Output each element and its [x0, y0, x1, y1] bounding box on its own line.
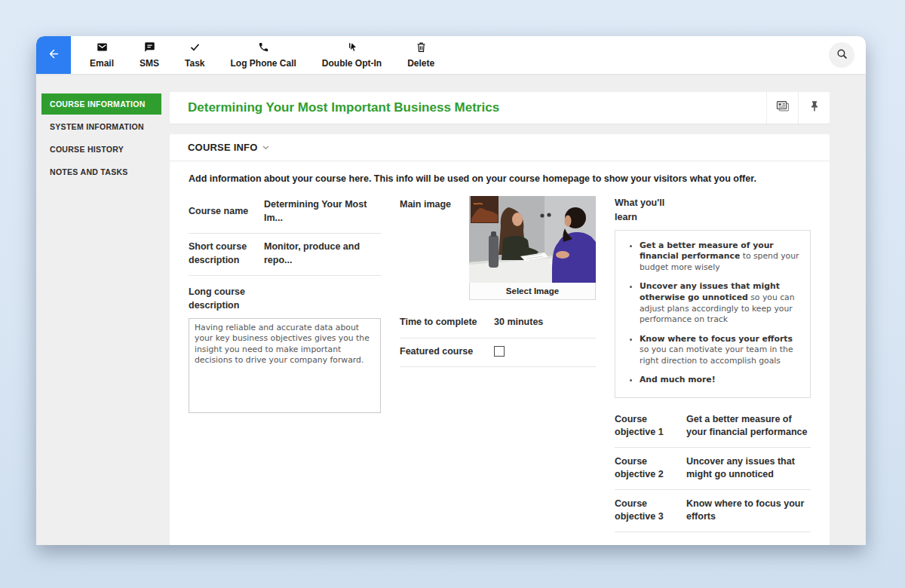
sidebar-item-system-information[interactable]: SYSTEM INFORMATION — [41, 116, 161, 137]
course-objective-3-row: Course objective 3 Know where to focus y… — [615, 490, 811, 532]
toolbar-action-label: Double Opt-In — [322, 58, 382, 69]
pin-icon — [808, 100, 821, 116]
course-main-image — [469, 196, 596, 283]
back-button[interactable] — [36, 36, 71, 74]
learn-bullet: Uncover any issues that might otherwise … — [640, 281, 802, 325]
time-to-complete-label: Time to complete — [400, 316, 494, 329]
course-info-card: COURSE INFO Add information about your c… — [170, 134, 830, 545]
course-objective-1-label: Course objective 1 — [615, 413, 686, 439]
email-button[interactable]: Email — [77, 36, 127, 74]
course-name-row: Course name Determining Your Most Im... — [189, 196, 381, 234]
long-description-textarea[interactable]: Having reliable and accurate data about … — [189, 318, 381, 413]
delete-button[interactable]: Delete — [394, 36, 447, 74]
toolbar-action-label: Email — [90, 58, 114, 69]
course-info-column-right: What you'll learn Get a better measure o… — [615, 196, 811, 532]
featured-course-row: Featured course — [400, 338, 596, 368]
sidebar-item-course-information[interactable]: COURSE INFORMATION — [41, 93, 161, 115]
learn-bullet: And much more! — [640, 375, 802, 386]
course-objective-2-label: Course objective 2 — [615, 455, 686, 482]
course-objective-3-label: Course objective 3 — [615, 498, 686, 524]
arrow-left-icon — [48, 47, 60, 63]
time-to-complete-row: Time to complete 30 minutes — [400, 309, 596, 338]
search-icon — [836, 47, 848, 63]
toolbar: Email SMS Task Log Phone Call Double Opt… — [36, 36, 866, 74]
phone-icon — [258, 41, 269, 56]
course-name-label: Course name — [189, 205, 264, 219]
log-phone-call-button[interactable]: Log Phone Call — [218, 36, 309, 74]
course-info-section-header[interactable]: COURSE INFO — [170, 134, 830, 161]
toolbar-action-label: Log Phone Call — [231, 58, 296, 69]
app-window: Email SMS Task Log Phone Call Double Opt… — [36, 36, 866, 545]
task-check-icon — [189, 41, 201, 56]
double-opt-in-cursor-icon — [346, 41, 357, 56]
trash-icon — [416, 41, 427, 56]
sms-icon — [144, 41, 155, 56]
course-name-value[interactable]: Determining Your Most Im... — [264, 198, 381, 225]
main-image-row: Main image — [400, 196, 596, 300]
course-objective-1-row: Course objective 1 Get a better measure … — [615, 406, 811, 448]
toolbar-actions: Email SMS Task Log Phone Call Double Opt… — [77, 36, 447, 74]
pin-button[interactable] — [798, 92, 830, 124]
contact-card-button[interactable] — [766, 92, 798, 124]
select-image-button[interactable]: Select Image — [469, 283, 596, 300]
main-image-box: Select Image — [469, 196, 596, 300]
what-youll-learn-label: What you'll learn — [615, 196, 678, 225]
short-description-label: Short course description — [189, 240, 264, 267]
main-image-label: Main image — [400, 196, 469, 300]
contact-card-icon — [775, 99, 790, 117]
search-button[interactable] — [829, 42, 854, 68]
toolbar-action-label: SMS — [140, 58, 159, 69]
double-opt-in-button[interactable]: Double Opt-In — [309, 36, 394, 74]
course-info-body: Add information about your course here. … — [170, 161, 830, 545]
course-objective-2-value[interactable]: Uncover any issues that might go unnotic… — [686, 455, 811, 482]
learn-bullet: Get a better measure of your financial p… — [640, 240, 802, 274]
toolbar-action-label: Delete — [407, 58, 434, 69]
sidebar: COURSE INFORMATION SYSTEM INFORMATION CO… — [41, 93, 161, 184]
course-objective-2-row: Course objective 2 Uncover any issues th… — [615, 448, 811, 490]
featured-course-checkbox[interactable] — [494, 346, 505, 357]
course-info-column-left: Course name Determining Your Most Im... … — [189, 196, 381, 532]
task-button[interactable]: Task — [172, 36, 217, 74]
chevron-down-icon — [262, 145, 269, 150]
main-content: Determining Your Most Important Business… — [170, 92, 830, 545]
toolbar-action-label: Task — [185, 58, 204, 69]
sms-button[interactable]: SMS — [127, 36, 172, 74]
record-header: Determining Your Most Important Business… — [170, 92, 830, 124]
what-youll-learn-box[interactable]: Get a better measure of your financial p… — [615, 230, 811, 398]
short-description-value[interactable]: Monitor, produce and repo... — [264, 240, 381, 267]
course-objective-3-value[interactable]: Know where to focus your efforts — [686, 498, 811, 524]
course-info-intro: Add information about your course here. … — [189, 173, 811, 184]
page-title: Determining Your Most Important Business… — [170, 92, 766, 124]
course-info-column-middle: Main image — [400, 196, 596, 532]
sidebar-item-notes-and-tasks[interactable]: NOTES AND TASKS — [41, 161, 161, 182]
time-to-complete-value[interactable]: 30 minutes — [494, 316, 596, 329]
email-icon — [97, 41, 108, 56]
learn-bullet: Know where to focus your efforts so you … — [640, 334, 802, 367]
sidebar-item-course-history[interactable]: COURSE HISTORY — [41, 139, 161, 160]
featured-course-label: Featured course — [400, 345, 494, 359]
toolbar-spacer — [447, 36, 829, 74]
course-objective-1-value[interactable]: Get a better measure of your financial p… — [686, 413, 811, 439]
short-description-row: Short course description Monitor, produc… — [189, 234, 381, 276]
long-description-label: Long course description — [189, 286, 272, 312]
section-title: COURSE INFO — [188, 142, 257, 153]
